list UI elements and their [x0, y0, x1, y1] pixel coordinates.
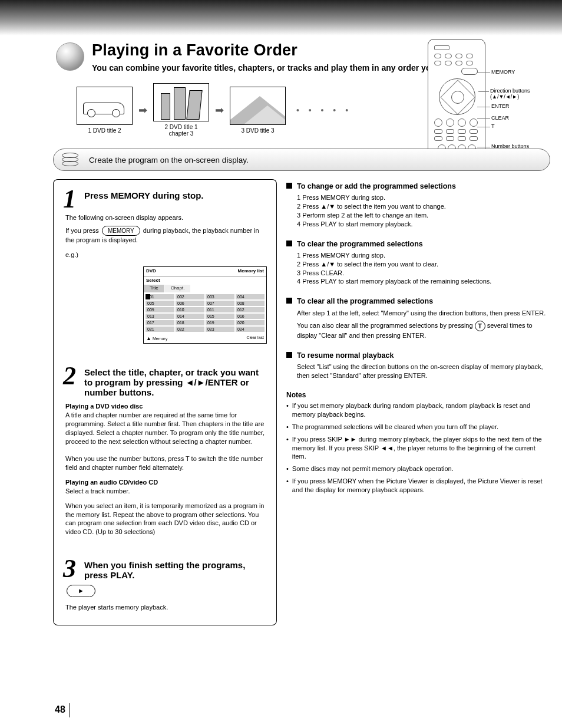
notes-heading: Notes — [286, 391, 550, 399]
block-resume: To resume normal playback Select "List" … — [286, 351, 550, 380]
storyboard-1 — [77, 87, 133, 125]
osd-tab-title: Title — [144, 285, 165, 292]
step-1-title: Press MEMORY during stop. — [84, 190, 267, 200]
callout-memory: MEMORY — [491, 70, 533, 75]
page-number: 48 — [55, 704, 65, 715]
block-clear-one: To clear the programmed selections 1 Pre… — [286, 239, 550, 286]
storyboard-3-label: 3 DVD title 3 — [230, 127, 286, 134]
step-2-body: Playing a DVD video disc A title and cha… — [65, 402, 267, 536]
top-gradient — [0, 0, 562, 35]
storyboard-2-label: 2 DVD title 1 chapter 3 — [153, 124, 209, 137]
square-bullet-icon — [286, 352, 292, 358]
intro-bar: Create the program on the on-screen disp… — [53, 149, 550, 171]
memory-button-label: MEMORY — [102, 226, 140, 236]
storyboard-2 — [153, 83, 209, 121]
step-1-body: The following on-screen display appears.… — [65, 213, 267, 344]
step-3-title: When you finish setting the programs, pr… — [84, 560, 267, 580]
t-button-icon: T — [475, 321, 485, 331]
callout-enter: ENTER — [491, 104, 533, 110]
ellipsis-icon: • • • • • — [296, 106, 352, 115]
step-3-body: ► The player starts memory playback. — [65, 585, 267, 612]
step-number-3: 3 — [63, 560, 76, 578]
osd-grid: 001002003004 005006007008 009010011012 0… — [144, 292, 266, 334]
osd-screenshot: DVDMemory list Select TitleChapt. 001002… — [143, 266, 267, 344]
arrow-icon: ➡ — [215, 104, 224, 117]
sphere-decoration — [56, 42, 84, 71]
step-3: 3 When you finish setting the programs, … — [53, 549, 277, 625]
osd-tab-chapt: Chapt. — [165, 285, 191, 292]
step-number-1: 1 — [63, 190, 76, 209]
arrow-icon: ➡ — [138, 104, 147, 117]
block-clear-all: To clear all the programmed selections A… — [286, 297, 550, 340]
step-1: 1 Press MEMORY during stop. The followin… — [53, 179, 277, 357]
step-2-title: Select the title, chapter, or track you … — [84, 367, 267, 397]
callout-t: T — [491, 124, 533, 130]
block-change-add: To change or add the programmed selectio… — [286, 182, 550, 229]
storyboard-3 — [230, 87, 286, 125]
discs-icon — [62, 153, 82, 167]
notes-list: •If you set memory playback during rando… — [286, 401, 550, 495]
intro-text: Create the program on the on-screen disp… — [89, 156, 249, 164]
step-number-2: 2 — [63, 367, 76, 386]
square-bullet-icon — [286, 298, 292, 304]
page-rule — [70, 703, 70, 717]
square-bullet-icon — [286, 241, 292, 246]
callout-direction: Direction buttons(▲/▼/◄/►) — [490, 88, 560, 100]
storyboard-1-label: 1 DVD title 2 — [77, 127, 133, 134]
play-button-label: ► — [67, 585, 95, 597]
callout-clear: CLEAR — [491, 116, 533, 121]
step-2: 2 Select the title, chapter, or track yo… — [53, 357, 277, 549]
square-bullet-icon — [286, 183, 292, 189]
